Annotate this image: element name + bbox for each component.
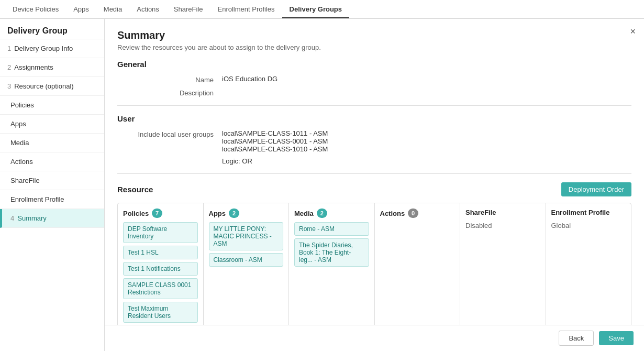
resource-item: Test Maximum Resident Users [123, 302, 198, 323]
resource-item: DEP Software Inventory [123, 222, 198, 243]
resource-item: The Spider Diaries, Book 1: The Eight-le… [294, 238, 369, 267]
close-button[interactable]: × [630, 26, 636, 37]
sidebar: Delivery Group 1Delivery Group Info2Assi… [0, 19, 105, 351]
user-groups-values: local\SAMPLE-CLASS-1011 - ASMlocal\SAMPL… [222, 129, 328, 153]
save-button[interactable]: Save [599, 331, 634, 345]
resource-item: Test 1 Notifications [123, 262, 198, 276]
col-name: Policies [123, 210, 149, 217]
sidebar-item-policies[interactable]: Policies [0, 96, 104, 115]
resource-heading: Resource [117, 185, 153, 194]
sidebar-item-actions[interactable]: Actions [0, 152, 104, 171]
user-groups-row: Include local user groups local\SAMPLE-C… [117, 129, 631, 153]
top-nav-item-enrollment-profiles[interactable]: Enrollment Profiles [210, 1, 282, 18]
name-row: Name iOS Education DG [117, 75, 631, 84]
step-number: 1 [7, 45, 11, 52]
top-nav-item-delivery-groups[interactable]: Delivery Groups [282, 1, 349, 18]
top-nav-item-sharefile[interactable]: ShareFile [166, 1, 210, 18]
back-button[interactable]: Back [559, 331, 594, 346]
logic-label [117, 157, 222, 158]
col-disabled-text: Global [551, 221, 626, 229]
top-nav-item-device-policies[interactable]: Device Policies [5, 1, 66, 18]
col-name: ShareFile [465, 209, 496, 216]
col-name: Apps [209, 210, 226, 217]
user-group-value: local\SAMPLE-CLASS-0001 - ASM [222, 137, 328, 145]
resource-col-header: ShareFile [465, 209, 540, 216]
sidebar-item-apps[interactable]: Apps [0, 115, 104, 134]
name-value: iOS Education DG [222, 75, 277, 83]
resource-col-header: Actions0 [380, 209, 455, 218]
resource-col-header: Enrollment Profile [551, 209, 626, 216]
col-badge: 7 [152, 209, 162, 218]
col-badge: 0 [408, 209, 418, 218]
col-disabled-text: Disabled [465, 221, 540, 229]
description-label: Description [117, 88, 222, 97]
top-nav-item-apps[interactable]: Apps [66, 1, 96, 18]
divider-1 [117, 105, 631, 106]
col-name: Actions [380, 210, 405, 217]
footer: Back Save [105, 325, 644, 351]
user-heading: User [117, 114, 631, 123]
col-badge: 2 [317, 209, 327, 218]
user-group-value: local\SAMPLE-CLASS-1011 - ASM [222, 129, 328, 137]
resource-item: SAMPLE CLASS 0001 Restrictions [123, 278, 198, 299]
sidebar-item-summary[interactable]: 4Summary [0, 209, 104, 228]
resource-item: Rome - ASM [294, 222, 369, 236]
resource-col-header: Apps2 [209, 209, 284, 218]
sidebar-item-media[interactable]: Media [0, 134, 104, 152]
top-navigation: Device PoliciesAppsMediaActionsShareFile… [0, 0, 644, 19]
user-group-value: local\SAMPLE-CLASS-1010 - ASM [222, 145, 328, 153]
logic-row: Logic: OR [117, 157, 631, 165]
step-number: 4 [10, 214, 14, 222]
deployment-order-button[interactable]: Deployment Order [561, 182, 631, 196]
include-local-label: Include local user groups [117, 129, 222, 138]
name-label: Name [117, 75, 222, 84]
sidebar-item-resource-(optional)[interactable]: 3Resource (optional) [0, 77, 104, 96]
top-nav-item-media[interactable]: Media [96, 1, 129, 18]
col-name: Media [294, 210, 314, 217]
main-layout: Delivery Group 1Delivery Group Info2Assi… [0, 19, 644, 351]
divider-2 [117, 173, 631, 174]
resource-item: Classroom - ASM [209, 253, 284, 267]
resource-item: MY LITTLE PONY: MAGIC PRINCESS - ASM [209, 222, 284, 250]
sidebar-item-sharefile[interactable]: ShareFile [0, 171, 104, 190]
page-subtitle: Review the resources you are about to as… [117, 43, 631, 51]
logic-value: Logic: OR [222, 157, 252, 165]
sidebar-item-enrollment-profile[interactable]: Enrollment Profile [0, 190, 104, 209]
step-number: 3 [7, 82, 11, 90]
general-heading: General [117, 60, 631, 69]
sidebar-item-assignments[interactable]: 2Assignments [0, 58, 104, 77]
description-row: Description [117, 88, 631, 97]
sidebar-group-title: Delivery Group [0, 19, 104, 39]
resource-col-header: Policies7 [123, 209, 198, 218]
resource-col-header: Media2 [294, 209, 369, 218]
sidebar-item-delivery-group-info[interactable]: 1Delivery Group Info [0, 39, 104, 58]
content-area: × Summary Review the resources you are a… [105, 19, 644, 351]
top-nav-item-actions[interactable]: Actions [129, 1, 166, 18]
step-number: 2 [7, 63, 11, 71]
col-badge: 2 [229, 209, 239, 218]
resource-item: Test 1 HSL [123, 246, 198, 259]
resource-header: Resource Deployment Order [117, 182, 631, 196]
col-name: Enrollment Profile [551, 209, 610, 216]
page-title: Summary [117, 29, 631, 41]
